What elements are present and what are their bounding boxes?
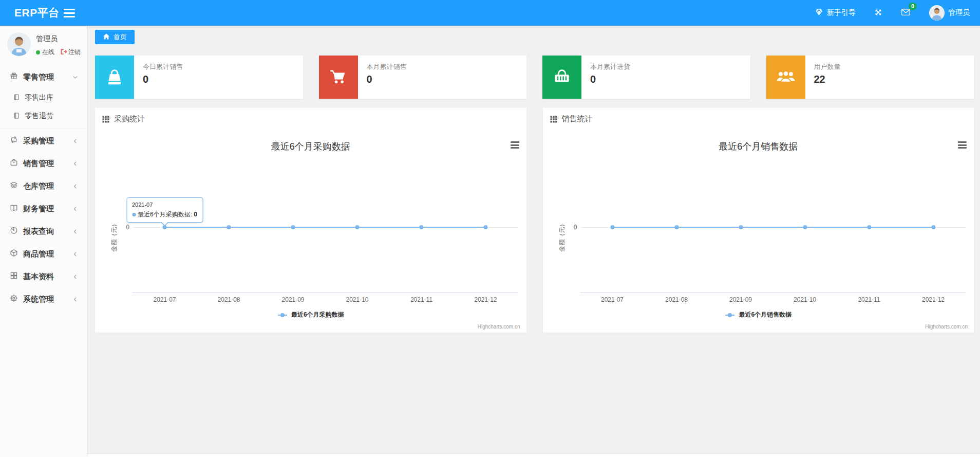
sidebar-item-sales[interactable]: 销售管理 [0,152,87,175]
data-point[interactable] [291,225,295,229]
panel-title: 采购统计 [114,114,145,124]
user-menu[interactable]: 管理员 [929,5,970,21]
sidebar-item-report[interactable]: 报表查询 [0,220,87,243]
briefcase-icon [10,158,18,169]
stat-label: 用户数量 [814,62,841,71]
x-axis-tick-label: 2021-08 [653,296,700,303]
x-axis-tick-label: 2021-07 [142,296,188,303]
sidebar-subitem-label: 零售退货 [25,112,53,121]
data-point[interactable] [420,225,424,229]
tab-home[interactable]: 首页 [95,30,135,44]
stat-card[interactable]: 用户数量22 [766,56,974,99]
sidebar-avatar [7,32,31,56]
panel-sales-stats: 销售统计最近6个月销售数据金额（元）02021-072021-082021-09… [543,108,974,333]
fullscreen-button[interactable] [874,8,882,18]
sidebar-toggle-button[interactable] [64,9,75,17]
data-point[interactable] [674,225,679,229]
sidebar-item-label: 零售管理 [23,72,54,82]
x-axis-tick-label: 2021-09 [270,296,316,303]
x-axis-tick-label: 2021-12 [463,296,509,303]
x-axis-tick-label: 2021-11 [399,296,445,303]
logout-button[interactable]: 注销 [60,48,81,57]
x-axis-tick-label: 2021-11 [846,296,892,303]
gift-icon [10,72,18,82]
sidebar-item-system[interactable]: 系统管理 [0,288,87,310]
app-logo: ERP平台 [0,6,63,20]
sidebar-user-name: 管理员 [36,34,81,44]
online-status-dot [36,50,40,54]
highcharts-credits[interactable]: Highcharts.com.cn [478,324,520,330]
chevron-left-icon [72,138,78,144]
x-axis-tick-label: 2021-09 [718,296,764,303]
chevron-left-icon [72,229,78,234]
chart-legend[interactable]: 最近6个月销售数据 [543,310,974,319]
stats-row: 今日累计销售0本月累计销售0本月累计进货0用户数量22 [95,56,974,99]
x-axis-tick-label: 2021-10 [334,296,381,303]
tooltip-value: 0 [194,211,197,218]
sidebar-item-finance[interactable]: 财务管理 [0,197,87,220]
sidebar-subitem[interactable]: 零售出库 [0,88,87,107]
hamburger-icon [64,9,75,10]
th-grid-icon [102,116,109,123]
data-point[interactable] [931,225,935,229]
data-point[interactable] [484,225,488,229]
data-point[interactable] [227,225,231,229]
chart-container: 最近6个月销售数据金额（元）02021-072021-082021-092021… [543,128,974,333]
sidebar-item-label: 系统管理 [23,295,54,304]
tooltip-header: 2021-07 [132,202,197,208]
chevron-left-icon [72,251,78,257]
x-axis-tick-label: 2021-10 [782,296,828,303]
sidebar-item-warehouse[interactable]: 仓库管理 [0,175,87,197]
messages-button[interactable]: 0 [901,8,911,18]
sidebar-item-label: 销售管理 [23,159,54,169]
guide-label: 新手引导 [827,8,856,17]
stat-value: 22 [814,74,841,85]
message-count-badge: 0 [909,3,917,10]
panel-header: 销售统计 [543,108,974,128]
data-point[interactable] [739,225,743,229]
th-grid-icon [550,116,557,123]
sidebar-item-purchase[interactable]: 采购管理 [0,130,87,152]
users-icon [766,56,805,99]
sidebar-item-label: 仓库管理 [23,181,54,191]
sidebar-item-goods[interactable]: 商品管理 [0,243,87,265]
logout-label: 注销 [68,48,81,57]
panels-row: 采购统计最近6个月采购数据金额（元）02021-072021-082021-09… [95,108,974,333]
main-area: 首页 今日累计销售0本月累计销售0本月累计进货0用户数量22 采购统计最近6个月… [87,26,980,457]
sidebar-item-retail[interactable]: 零售管理 [0,66,87,88]
chevron-left-icon [72,274,78,280]
guide-button[interactable]: 新手引导 [815,8,856,18]
envelope-icon [901,8,911,18]
panel-title: 销售统计 [562,114,593,124]
sidebar-item-basic[interactable]: 基本资料 [0,265,87,288]
stat-card[interactable]: 今日累计销售0 [95,56,303,99]
chevron-left-icon [72,206,78,212]
sidebar-user-panel: 管理员 在线 注销 [0,26,87,62]
repeat-icon [10,136,18,146]
top-navbar: ERP平台 新手引导 0 管理员 [0,0,980,26]
sidebar-menu: 零售管理零售出库零售退货采购管理销售管理仓库管理财务管理报表查询商品管理基本资料… [0,66,87,310]
stat-card[interactable]: 本月累计销售0 [319,56,527,99]
highcharts-credits[interactable]: Highcharts.com.cn [925,324,968,330]
layers-icon [10,181,18,191]
panel-header: 采购统计 [95,108,526,128]
data-point[interactable] [867,225,871,229]
stat-card[interactable]: 本月累计进货0 [542,56,750,99]
chart-container: 最近6个月采购数据金额（元）02021-072021-082021-092021… [95,128,526,333]
data-point[interactable] [355,225,360,229]
data-point[interactable] [610,225,614,229]
legend-label: 最近6个月销售数据 [739,310,791,319]
pie-icon [10,226,18,236]
data-point[interactable] [803,225,807,229]
sidebar-subitem[interactable]: 零售退货 [0,107,87,125]
series-line[interactable] [543,128,974,303]
chart-legend[interactable]: 最近6个月采购数据 [95,310,526,319]
sidebar-item-label: 报表查询 [23,227,54,236]
stat-label: 本月累计销售 [367,62,407,71]
x-axis-tick-label: 2021-08 [206,296,252,303]
legend-marker-icon [277,312,288,318]
gem-icon [815,8,823,18]
gear-icon [10,294,18,304]
stat-label: 今日累计销售 [143,62,183,71]
x-axis-tick-label: 2021-12 [910,296,956,303]
